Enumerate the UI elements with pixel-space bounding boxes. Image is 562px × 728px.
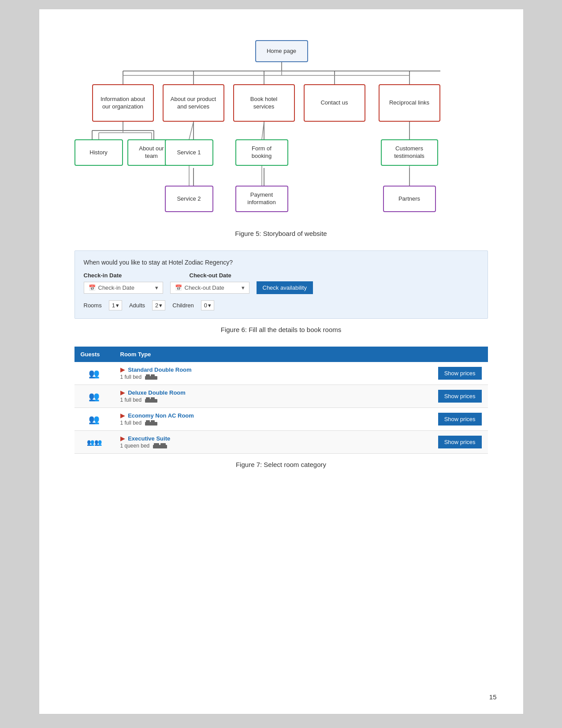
- node-service2: Service 2: [165, 186, 213, 212]
- svg-rect-50: [154, 443, 159, 446]
- node-contact: Contact us: [304, 84, 365, 122]
- node-info: Information about our organization: [92, 84, 154, 122]
- guests-cell: 👥: [74, 385, 114, 408]
- tree-wrapper: Home page Information about our organiza…: [74, 36, 488, 221]
- children-selector[interactable]: 0 ▾: [201, 300, 214, 310]
- svg-rect-45: [151, 397, 155, 400]
- rooms-label: Rooms: [84, 302, 102, 309]
- col-action: [431, 347, 488, 362]
- bed-info: 1 full bed: [120, 374, 424, 380]
- node-history: History: [74, 139, 123, 166]
- node-about-product: About our product and services: [163, 84, 224, 122]
- table-body: 👥 ▶ Standard Double Room 1 full bed: [74, 362, 488, 454]
- checkout-select[interactable]: 📅 Check-out Date ▾: [170, 282, 249, 294]
- room-name-link[interactable]: Standard Double Room: [128, 366, 191, 373]
- children-label: Children: [172, 302, 194, 309]
- action-cell: Show prices: [431, 385, 488, 408]
- room-name-link[interactable]: Economy Non AC Room: [128, 412, 194, 419]
- bed-info: 1 queen bed: [120, 443, 424, 449]
- figure5-container: Home page Information about our organiza…: [74, 36, 488, 221]
- table-row: 👥 ▶ Deluxe Double Room 1 full bed: [74, 385, 488, 408]
- action-cell: Show prices: [431, 362, 488, 385]
- room-info-cell: ▶ Economy Non AC Room 1 full bed: [114, 408, 431, 431]
- node-book-hotel: Book hotel services: [233, 84, 295, 122]
- room-info-cell: ▶ Standard Double Room 1 full bed: [114, 362, 431, 385]
- figure7-caption: Figure 7: Select room category: [74, 461, 488, 468]
- date-row: 📅 Check-in Date ▾ 📅 Check-out Date ▾ Che…: [84, 281, 479, 294]
- guests-icon: 👥: [89, 392, 100, 401]
- node-homepage: Home page: [255, 40, 308, 62]
- svg-rect-48: [151, 420, 155, 423]
- chevron-down-icon-2: ▾: [242, 284, 245, 291]
- svg-rect-44: [146, 397, 150, 400]
- bed-icon: [145, 374, 157, 380]
- node-payment: Payment information: [235, 186, 288, 212]
- figure5-caption: Figure 5: Storyboard of website: [74, 230, 488, 237]
- svg-rect-47: [146, 420, 150, 423]
- table-row: 👥 ▶ Standard Double Room 1 full bed: [74, 362, 488, 385]
- svg-rect-41: [146, 374, 150, 377]
- bed-icon: [145, 397, 157, 403]
- guests-row: Rooms 1 ▾ Adults 2 ▾ Children 0 ▾: [84, 300, 479, 310]
- show-prices-button[interactable]: Show prices: [438, 413, 482, 426]
- adults-label: Adults: [129, 302, 145, 309]
- guests-icon: 👥: [89, 414, 100, 424]
- action-cell: Show prices: [431, 431, 488, 454]
- room-name-link[interactable]: Deluxe Double Room: [128, 389, 186, 396]
- figure6-form: When would you like to stay at Hotel Zod…: [74, 250, 488, 319]
- children-chevron: ▾: [208, 302, 211, 309]
- arrow-icon: ▶: [120, 389, 125, 396]
- col-room-type: Room Type: [114, 347, 431, 362]
- arrow-icon: ▶: [120, 366, 125, 373]
- svg-rect-42: [151, 374, 155, 377]
- room-info-cell: ▶ Executive Suite 1 queen bed: [114, 431, 431, 454]
- calendar-icon: 📅: [89, 284, 96, 291]
- arrow-icon: ▶: [120, 435, 125, 442]
- guests-cell: 👥: [74, 408, 114, 431]
- arrow-icon: ▶: [120, 412, 125, 419]
- table-row: 👥 ▶ Economy Non AC Room 1 full bed: [74, 408, 488, 431]
- page-number: 15: [489, 693, 497, 701]
- calendar-icon-2: 📅: [175, 284, 182, 291]
- action-cell: Show prices: [431, 408, 488, 431]
- check-availability-button[interactable]: Check availability: [257, 281, 313, 294]
- show-prices-button[interactable]: Show prices: [438, 436, 482, 448]
- figure6-caption: Figure 6: Fill all the details to book r…: [74, 326, 488, 333]
- adults-chevron: ▾: [159, 302, 162, 309]
- checkin-select[interactable]: 📅 Check-in Date ▾: [84, 282, 163, 294]
- room-table: Guests Room Type 👥 ▶ Standard Double Roo…: [74, 347, 488, 454]
- svg-rect-51: [160, 443, 166, 446]
- bed-info: 1 full bed: [120, 420, 424, 426]
- room-info-cell: ▶ Deluxe Double Room 1 full bed: [114, 385, 431, 408]
- booking-question: When would you like to stay at Hotel Zod…: [84, 259, 479, 266]
- date-labels-row: Check-in Date Check-out Date: [84, 272, 479, 279]
- table-row: 👥👥 ▶ Executive Suite 1 queen bed: [74, 431, 488, 454]
- guests-cell: 👥: [74, 362, 114, 385]
- guests-cell: 👥👥: [74, 431, 114, 454]
- node-reciprocal: Reciprocal links: [379, 84, 440, 122]
- room-name-link[interactable]: Executive Suite: [128, 435, 170, 442]
- rooms-selector[interactable]: 1 ▾: [109, 300, 122, 310]
- rooms-chevron: ▾: [116, 302, 119, 309]
- guests-icon: 👥: [89, 369, 100, 378]
- node-form-booking: Form of booking: [235, 139, 288, 166]
- show-prices-button[interactable]: Show prices: [438, 390, 482, 403]
- bed-info: 1 full bed: [120, 397, 424, 403]
- bed-icon: [153, 443, 167, 449]
- node-customers: Customers testimonials: [381, 139, 438, 166]
- node-partners: Partners: [383, 186, 436, 212]
- checkout-label: Check-out Date: [190, 272, 231, 279]
- bed-icon: [145, 420, 157, 426]
- checkin-label: Check-in Date: [84, 272, 172, 279]
- guests-icon: 👥👥: [87, 439, 102, 446]
- tree-nodes: Home page Information about our organiza…: [74, 36, 489, 221]
- chevron-down-icon: ▾: [155, 284, 158, 291]
- col-guests: Guests: [74, 347, 114, 362]
- page: Home page Information about our organiza…: [39, 9, 524, 714]
- adults-selector[interactable]: 2 ▾: [152, 300, 165, 310]
- node-service1: Service 1: [165, 139, 213, 166]
- table-header-row: Guests Room Type: [74, 347, 488, 362]
- show-prices-button[interactable]: Show prices: [438, 367, 482, 380]
